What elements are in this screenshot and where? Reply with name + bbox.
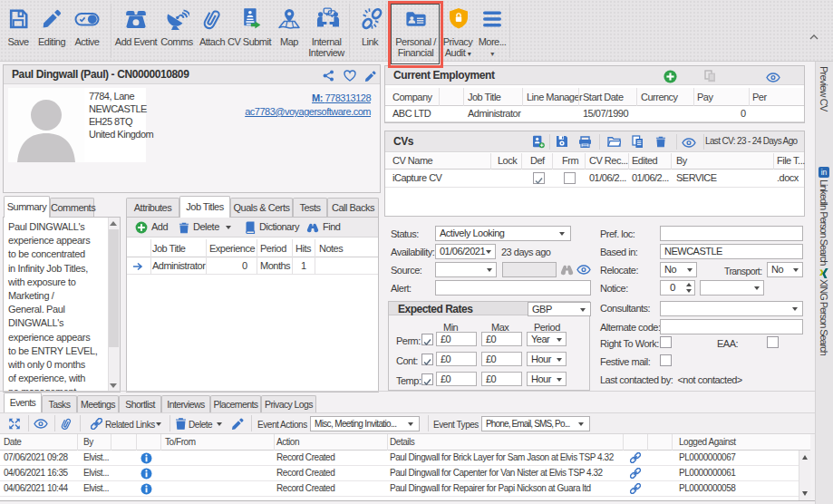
svg-text:in: in	[821, 168, 828, 177]
